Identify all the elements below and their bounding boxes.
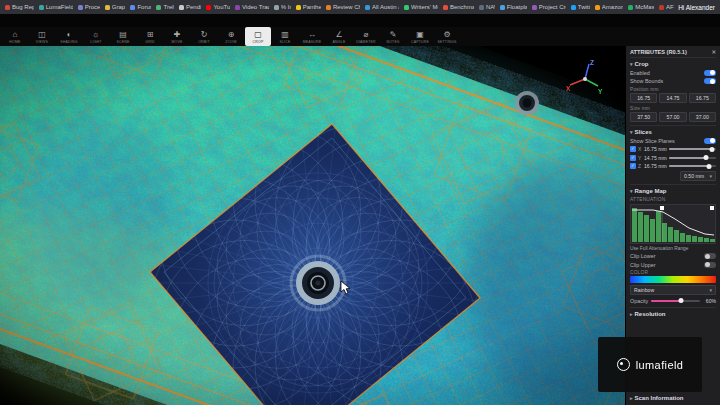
toolbar-button[interactable]: ⌀ DIAMETER [353,27,379,46]
bookmark-item[interactable]: AFM [659,4,674,10]
show-bounds-label: Show Bounds [630,78,663,84]
slice-axis-checkbox[interactable]: ✓ [630,155,636,161]
section-slices-header[interactable]: ▾ Slices [630,129,716,135]
slice-step-value: 0.50 mm [684,173,704,179]
toolbar-button[interactable]: ◫ VIEWS [29,27,55,46]
bookmark-label: Video Tracker [242,4,269,10]
slice-axis-value[interactable]: 16.75 mm [644,163,667,169]
bookmark-item[interactable]: Forums [130,4,151,10]
crop-position-input[interactable]: 14.75 [659,93,686,103]
crop-enabled-toggle[interactable] [704,70,716,76]
toolbar-button[interactable]: ↻ ORBIT [191,27,217,46]
clip-lower-toggle[interactable] [704,253,716,259]
slice-position-slider[interactable] [669,157,716,159]
lumafield-logo-icon [617,358,630,371]
chevron-down-icon: ▾ [630,188,633,194]
section-range-map-header[interactable]: ▾ Range Map [630,188,716,194]
section-crop-header[interactable]: ▾ Crop [630,61,716,67]
tool-icon: ☼ [92,30,99,39]
toolbar-button[interactable]: ▢ CROP [245,27,271,46]
slice-axis-checkbox[interactable]: ✓ [630,163,636,169]
orientation-gizmo[interactable]: X Z Y [565,58,605,98]
histogram-handle-left[interactable] [660,206,664,210]
slice-step-select[interactable]: 0.50 mm ▾ [680,171,716,181]
bookmark-label: Floatplane [507,4,527,10]
scan-viewport[interactable]: X Z Y [0,46,625,405]
toolbar-button[interactable]: ⌂ HOME [2,27,28,46]
opacity-value: 60% [703,298,716,304]
crop-position-input[interactable]: 16.75 [630,93,657,103]
crop-section-label: Crop [635,61,649,67]
histogram-handle-right[interactable] [710,206,714,210]
bookmark-item[interactable]: Process [78,4,100,10]
opacity-row: Opacity 60% [630,298,716,304]
bookmark-item[interactable]: LumaField Voyager [39,4,73,10]
crop-size-input[interactable]: 37.50 [630,112,657,122]
bookmark-item[interactable]: Project Create [532,4,566,10]
slice-axis-checkbox[interactable]: ✓ [630,146,636,152]
toolbar-button[interactable]: ☼ LIGHT [83,27,109,46]
colormap-select[interactable]: Rainbow ▾ [630,285,716,295]
bookmark-item[interactable]: Video Tracker [235,4,269,10]
toolbar-button[interactable]: ∠ ANGLE [326,27,352,46]
toolbar-button[interactable]: ↔ MEASURE [299,27,325,46]
bookmark-item[interactable]: YouTube [206,4,230,10]
colormap-gradient[interactable] [630,276,716,283]
bookmark-item[interactable]: McMaster [628,4,654,10]
bookmark-favicon [404,5,409,10]
bookmark-item[interactable]: Graphs [105,4,126,10]
bookmark-favicon [78,5,83,10]
bookmark-item[interactable]: Bug Report [5,4,34,10]
toolbar-button[interactable]: ▤ SCENE [110,27,136,46]
bookmark-item[interactable]: Amazon.ca [595,4,624,10]
bookmark-item[interactable]: Twitter [571,4,590,10]
tool-label: NOTES [386,40,399,44]
bookmark-label: Twitter [578,4,590,10]
tool-label: SLICE [279,40,290,44]
use-full-range-button[interactable]: Use Full Attenuation Range [630,246,716,251]
show-slice-planes-toggle[interactable] [704,138,716,144]
slice-axis-value[interactable]: 16.75 mm [644,146,667,152]
slice-position-slider[interactable] [669,148,716,150]
toolbar-button[interactable]: ◐ SHADING [56,27,82,46]
bookmark-item[interactable]: Pending [179,4,201,10]
bookmark-item[interactable]: Trellis [156,4,174,10]
bookmark-label: All Austin / UNGS [372,4,399,10]
clip-upper-toggle[interactable] [704,262,716,268]
bookmark-label: % Inc [281,4,291,10]
attenuation-histogram[interactable] [630,204,716,244]
bookmark-label: LumaField Voyager [46,4,73,10]
bookmark-item[interactable]: Floatplane [500,4,527,10]
bookmark-item[interactable]: NAVI [479,4,495,10]
toolbar-button[interactable]: ✎ NOTES [380,27,406,46]
toolbar-button[interactable]: ⊕ ZOOM [218,27,244,46]
section-resolution-header[interactable]: ▸ Resolution [630,311,716,317]
toolbar-button[interactable]: ⊞ GRID [137,27,163,46]
bookmark-item[interactable]: % Inc [274,4,291,10]
bookmark-item[interactable]: Review Check List [326,4,360,10]
toolbar-button[interactable]: ⚙ SETTINGS [434,27,460,46]
crop-position-input[interactable]: 16.75 [689,93,716,103]
panel-title: ATTRIBUTES (R0.5.1) [630,49,687,55]
tool-label: DIAMETER [356,40,376,44]
section-scan-info-header[interactable]: ▸ Scan Information [630,395,716,401]
crop-size-input[interactable]: 57.00 [659,112,686,122]
chevron-right-icon: ▸ [630,395,633,401]
toolbar-button[interactable]: ✚ MOVE [164,27,190,46]
show-bounds-toggle[interactable] [704,78,716,84]
bookmark-favicon [156,5,161,10]
bookmark-item[interactable]: Pantheon [296,4,321,10]
bookmark-label: Amazon.ca [602,4,624,10]
close-icon[interactable]: ✕ [711,49,716,55]
bookmark-item[interactable]: All Austin / UNGS [365,4,399,10]
toolbar-button[interactable]: ▣ CAPTURE [407,27,433,46]
toolbar-button[interactable]: ▥ SLICE [272,27,298,46]
crop-size-input[interactable]: 37.00 [689,112,716,122]
slice-axis-value[interactable]: 14.75 mm [644,155,667,161]
bookmark-item[interactable]: Benchmarks [443,4,474,10]
bookmark-item[interactable]: Writers' Meeting [404,4,438,10]
app-titlebar [0,14,720,27]
ct-scan-render[interactable] [0,46,625,405]
opacity-slider[interactable] [651,300,700,302]
slice-position-slider[interactable] [669,165,716,167]
